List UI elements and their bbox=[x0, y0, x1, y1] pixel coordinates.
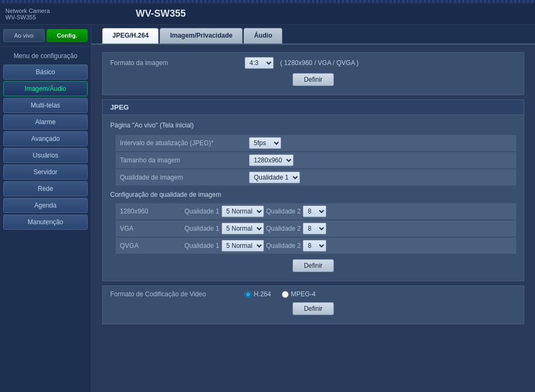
definir-video-button[interactable]: Definir bbox=[293, 302, 334, 315]
ao-vivo-button[interactable]: Ao vivo bbox=[3, 29, 45, 42]
q1-select-1280[interactable]: 5 Normal 1 Normal 2 Normal 3 Normal 4 No… bbox=[222, 205, 264, 217]
radio-h264-input[interactable] bbox=[245, 291, 252, 298]
model-title: WV-SW355 bbox=[136, 8, 186, 19]
tab-audio[interactable]: Áudio bbox=[244, 28, 282, 44]
tabs-row: JPEG/H.264 Imagem/Privacidade Áudio bbox=[91, 25, 535, 45]
qualidade-row: Qualidade de imagem Qualidade 1 Qualidad… bbox=[116, 169, 516, 186]
definir-jpeg-button[interactable]: Definir bbox=[293, 259, 334, 272]
sidebar-item-basico[interactable]: Básico bbox=[3, 65, 88, 80]
sidebar: Ao vivo Config. Menu de configuração Bás… bbox=[0, 25, 91, 392]
qual1-label-1280: Qualidade 1 bbox=[184, 208, 219, 215]
quality-row-qvga: QVGA Qualidade 1 5 Normal 1 Normal2 Norm… bbox=[116, 238, 516, 254]
q2-select-1280[interactable]: 8 1234 567910 bbox=[303, 205, 326, 217]
qualidade-label: Qualidade de imagem bbox=[120, 174, 249, 181]
radio-h264[interactable]: H.264 bbox=[245, 290, 271, 298]
qual2-label-1280: Qualidade 2 bbox=[266, 208, 301, 215]
format-controls: 4:3 16:9 ( 1280x960 / VGA / QVGA ) bbox=[245, 57, 359, 69]
intervalo-row: Intervalo de atualização (JPEG)* 5fps 10… bbox=[116, 135, 516, 151]
quality-row-vga-label: VGA bbox=[120, 225, 184, 232]
video-coding-section: Formato de Codificação de Video H.264 MP… bbox=[102, 286, 524, 324]
quality-row-qvga-controls: Qualidade 1 5 Normal 1 Normal2 Normal3 N… bbox=[184, 240, 326, 252]
format-section: Formato da imagem 4:3 16:9 ( 1280x960 / … bbox=[102, 52, 524, 95]
intervalo-label: Intervalo de atualização (JPEG)* bbox=[120, 139, 249, 147]
quality-row-qvga-label: QVGA bbox=[120, 242, 184, 250]
sidebar-item-manutencao[interactable]: Manutenção bbox=[3, 215, 88, 230]
quality-row-vga: VGA Qualidade 1 5 Normal 1 Normal2 Norma… bbox=[116, 220, 516, 237]
menu-config-title: Menu de configuração bbox=[0, 47, 91, 63]
sidebar-item-alarme[interactable]: Alarme bbox=[3, 115, 88, 130]
radio-mpeg4-input[interactable] bbox=[282, 291, 289, 298]
quality-row-vga-controls: Qualidade 1 5 Normal 1 Normal2 Normal3 N… bbox=[184, 223, 326, 234]
radio-h264-label: H.264 bbox=[254, 290, 271, 298]
brand-line1: Network Camera bbox=[5, 8, 50, 14]
q2-select-qvga[interactable]: 8 1234 567910 bbox=[303, 240, 326, 252]
quality-row-1280-controls: Qualidade 1 5 Normal 1 Normal 2 Normal 3… bbox=[184, 205, 326, 217]
jpeg-header: JPEG bbox=[103, 100, 524, 115]
definir-format-button[interactable]: Definir bbox=[293, 73, 334, 86]
ao-vivo-title: Página "Ao vivo" (Tela inicial) bbox=[110, 119, 516, 132]
qual2-label-qvga: Qualidade 2 bbox=[266, 242, 301, 250]
q1-select-qvga[interactable]: 5 Normal 1 Normal2 Normal3 Normal 4 Norm… bbox=[222, 240, 264, 252]
tamanho-select[interactable]: 1280x960 VGA QVGA bbox=[249, 154, 294, 166]
sidebar-item-imagem-audio[interactable]: Imagem/Áudio bbox=[3, 81, 88, 96]
sidebar-item-multi-telas[interactable]: Multi-telas bbox=[3, 98, 88, 113]
tab-jpeg-h264[interactable]: JPEG/H.264 bbox=[102, 28, 159, 44]
qual1-label-vga: Qualidade 1 bbox=[184, 225, 219, 232]
tab-imagem-privacidade[interactable]: Imagem/Privacidade bbox=[160, 28, 242, 44]
radio-mpeg4[interactable]: MPEG-4 bbox=[282, 290, 316, 298]
video-coding-radio-group: H.264 MPEG-4 bbox=[245, 290, 316, 298]
q1-select-vga[interactable]: 5 Normal 1 Normal2 Normal3 Normal 4 Norm… bbox=[222, 223, 264, 234]
sidebar-item-servidor[interactable]: Servidor bbox=[3, 165, 88, 180]
qual2-label-vga: Qualidade 2 bbox=[266, 225, 301, 232]
quality-row-1280-label: 1280x960 bbox=[120, 208, 184, 215]
jpeg-section: JPEG Página "Ao vivo" (Tela inicial) Int… bbox=[102, 99, 524, 281]
brand-line2: WV-SW355 bbox=[5, 14, 50, 20]
content-area: JPEG/H.264 Imagem/Privacidade Áudio Form… bbox=[91, 25, 535, 392]
video-coding-label: Formato de Codificação de Video bbox=[110, 290, 245, 298]
sidebar-item-usuarios[interactable]: Usuários bbox=[3, 148, 88, 163]
tamanho-row: Tamanho da imagem 1280x960 VGA QVGA bbox=[116, 152, 516, 168]
tamanho-label: Tamanho da imagem bbox=[120, 156, 249, 164]
intervalo-select[interactable]: 5fps 10fps 15fps 30fps bbox=[249, 137, 281, 149]
sidebar-item-agenda[interactable]: Agenda bbox=[3, 198, 88, 213]
radio-mpeg4-label: MPEG-4 bbox=[291, 290, 316, 298]
quality-row-1280: 1280x960 Qualidade 1 5 Normal 1 Normal 2… bbox=[116, 203, 516, 219]
format-select[interactable]: 4:3 16:9 bbox=[245, 57, 274, 69]
format-label: Formato da imagem bbox=[110, 59, 245, 67]
sidebar-item-rede[interactable]: Rede bbox=[3, 181, 88, 196]
sidebar-item-avancado[interactable]: Avançado bbox=[3, 131, 88, 146]
qual1-label-qvga: Qualidade 1 bbox=[184, 242, 219, 250]
config-quality-title: Configuração de qualidade de imagem bbox=[110, 189, 516, 201]
qualidade-select[interactable]: Qualidade 1 Qualidade 2 bbox=[249, 172, 300, 183]
config-button[interactable]: Config. bbox=[47, 29, 88, 42]
q2-select-vga[interactable]: 8 1234 567910 bbox=[303, 223, 326, 234]
format-info: ( 1280x960 / VGA / QVGA ) bbox=[280, 59, 359, 67]
